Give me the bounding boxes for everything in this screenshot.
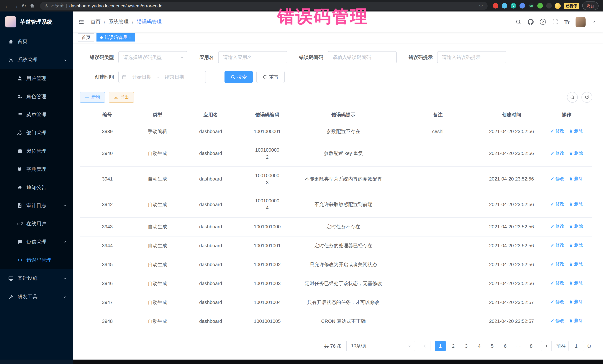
delete-link[interactable]: 删除 [569, 201, 583, 207]
page-button-6[interactable]: 6 [500, 341, 510, 352]
github-icon[interactable] [527, 19, 533, 25]
delete-link[interactable]: 删除 [569, 128, 583, 134]
breadcrumb-item[interactable]: 首页 [91, 19, 101, 25]
extension-proxy-icon[interactable]: on [528, 3, 534, 9]
page-button-2[interactable]: 2 [448, 341, 459, 352]
profile-emoji-icon[interactable] [555, 3, 561, 9]
prev-page-button[interactable] [420, 341, 430, 352]
error-msg-input[interactable] [438, 55, 506, 60]
bookmark-star-icon[interactable]: ☆ [479, 3, 483, 9]
toggle-search-button[interactable] [567, 92, 578, 103]
extension-blue-icon[interactable] [502, 3, 507, 9]
sidebar-item-dict[interactable]: 字典管理 [0, 160, 73, 178]
edit-link[interactable]: 修改 [550, 261, 564, 267]
fullscreen-icon[interactable] [552, 19, 558, 25]
edit-link[interactable]: 修改 [550, 223, 564, 230]
tab-label: 错误码管理 [105, 34, 127, 41]
create-time-range[interactable]: - [118, 71, 206, 83]
app-name-input[interactable] [219, 55, 287, 60]
sidebar-item-home[interactable]: 首页 [0, 32, 73, 51]
sidebar-item-dept[interactable]: 部门管理 [0, 124, 73, 142]
edit-link[interactable]: 修改 [550, 176, 564, 182]
search-button[interactable]: 搜索 [224, 71, 253, 83]
close-icon[interactable]: × [129, 35, 131, 39]
app-name-field[interactable] [218, 51, 287, 63]
extension-leaf-icon[interactable] [537, 3, 543, 9]
page-size-input[interactable] [347, 344, 415, 349]
edit-link[interactable]: 修改 [550, 280, 564, 286]
delete-link[interactable]: 删除 [569, 242, 583, 249]
page-button-8[interactable]: 8 [526, 341, 537, 352]
user-avatar[interactable] [576, 17, 586, 27]
home-chrome-icon[interactable] [29, 3, 35, 9]
delete-link[interactable]: 删除 [569, 150, 583, 157]
sidebar-item-menu[interactable]: 菜单管理 [0, 106, 73, 124]
tab-home[interactable]: 首页 [78, 33, 94, 42]
sidebar-item-notice[interactable]: 通知公告 [0, 178, 73, 197]
sidebar-item-online[interactable]: 在线用户 [0, 215, 73, 233]
sidebar-item-infra[interactable]: 基础设施 [0, 269, 73, 288]
gear-icon [8, 57, 14, 63]
edit-link[interactable]: 修改 [550, 299, 564, 305]
address-bar[interactable]: ⚠ 不安全 dashboard.yudao.iocoder.cn/system/… [40, 2, 487, 10]
edit-link[interactable]: 修改 [550, 242, 564, 249]
sidebar-item-audit[interactable]: 审计日志 [0, 197, 73, 215]
error-msg-field[interactable] [437, 51, 506, 63]
logo-row[interactable]: 芋道管理系统 [0, 11, 73, 32]
edit-link[interactable]: 修改 [550, 150, 564, 157]
edit-link[interactable]: 修改 [550, 201, 564, 207]
error-type-select[interactable] [118, 51, 187, 63]
sidebar-item-role[interactable]: 角色管理 [0, 88, 73, 106]
url-text[interactable]: dashboard.yudao.iocoder.cn/system/error-… [70, 3, 162, 8]
page-button-3[interactable]: 3 [461, 341, 472, 352]
reload-icon[interactable]: ↻ [22, 3, 26, 9]
add-button[interactable]: 新增 [80, 92, 105, 103]
delete-link[interactable]: 删除 [569, 318, 583, 324]
sidebar-item-sms[interactable]: 短信管理 [0, 233, 73, 251]
sidebar-item-system[interactable]: 系统管理 [0, 51, 73, 69]
extension-stats-icon[interactable] [520, 3, 525, 9]
refresh-table-button[interactable] [581, 92, 592, 103]
edit-link[interactable]: 修改 [550, 318, 564, 324]
goto-page-input[interactable] [568, 341, 584, 352]
start-date-input[interactable] [128, 74, 156, 80]
sidebar-toggle-icon[interactable] [78, 19, 85, 25]
search-icon[interactable] [515, 19, 521, 25]
forward-icon[interactable]: → [13, 3, 19, 9]
delete-link[interactable]: 删除 [569, 223, 583, 230]
font-size-icon[interactable]: TT [564, 19, 569, 25]
help-icon[interactable]: ? [540, 19, 546, 25]
delete-link[interactable]: 删除 [569, 280, 583, 286]
extension-pin-icon[interactable] [546, 3, 552, 9]
back-icon[interactable]: ← [4, 3, 10, 9]
next-page-button[interactable] [541, 341, 552, 352]
edit-link[interactable]: 修改 [550, 128, 564, 134]
delete-icon [569, 151, 573, 155]
breadcrumb-item[interactable]: 错误码管理 [137, 19, 162, 25]
extension-vue-icon[interactable]: V [510, 3, 516, 9]
sidebar-item-post[interactable]: 岗位管理 [0, 142, 73, 160]
page-button-4[interactable]: 4 [474, 341, 485, 352]
sidebar-item-user[interactable]: 用户管理 [0, 69, 73, 88]
extension-red-icon[interactable] [493, 3, 498, 9]
page-button-5[interactable]: 5 [487, 341, 498, 352]
error-code-input[interactable] [328, 55, 396, 60]
delete-link[interactable]: 删除 [569, 176, 583, 182]
page-button-1[interactable]: 1 [435, 341, 446, 352]
error-type-select-input[interactable] [119, 55, 187, 60]
delete-link[interactable]: 删除 [569, 261, 583, 267]
export-button[interactable]: 导出 [109, 92, 134, 103]
divider [66, 3, 67, 8]
chevron-down-icon[interactable] [592, 20, 596, 24]
tab-error-code[interactable]: 错误码管理× [96, 33, 135, 42]
delete-link[interactable]: 删除 [569, 299, 583, 305]
browser-update-button[interactable]: 更新 [582, 1, 599, 10]
page-size-select[interactable] [346, 341, 415, 352]
breadcrumb-item[interactable]: 系统管理 [109, 19, 129, 25]
reset-button[interactable]: 重置 [256, 71, 285, 83]
end-date-input[interactable] [161, 74, 189, 80]
error-code-field[interactable] [328, 51, 397, 63]
cell-msg: 参数配置不存在 [293, 122, 394, 141]
sidebar-item-tools[interactable]: 研发工具 [0, 288, 73, 306]
sidebar-item-errcode[interactable]: 错误码管理 [0, 251, 73, 269]
